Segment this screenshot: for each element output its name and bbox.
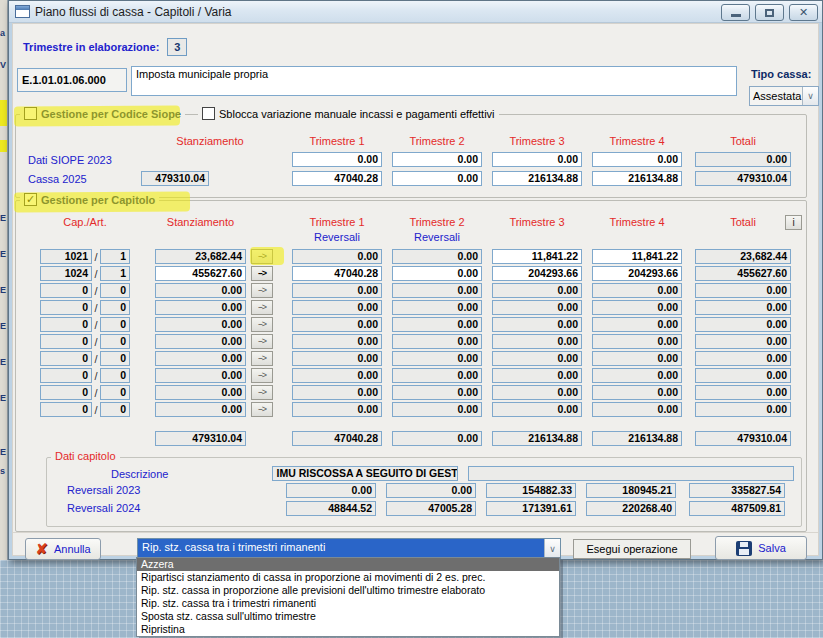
t4-field[interactable]: 0.00 (592, 402, 682, 417)
siope-t2-field[interactable]: 0.00 (392, 171, 482, 186)
t3-field[interactable]: 0.00 (492, 334, 582, 349)
t4-field[interactable]: 0.00 (592, 334, 682, 349)
trimestre-value-field[interactable]: 3 (167, 38, 187, 56)
copy-arrow-button[interactable]: --> (251, 300, 273, 315)
t1-field[interactable]: 0.00 (292, 249, 382, 264)
t3-field[interactable]: 204293.66 (492, 266, 582, 281)
siope-t4-field[interactable]: 0.00 (592, 152, 682, 167)
stanziamento-field[interactable]: 455627.60 (155, 266, 246, 281)
t3-field[interactable]: 0.00 (492, 300, 582, 315)
t1-field[interactable]: 0.00 (292, 385, 382, 400)
stanziamento-field[interactable]: 0.00 (155, 317, 246, 332)
copy-arrow-button[interactable]: --> (251, 283, 273, 298)
dropdown-item[interactable]: Rip. stz. cassa in proporzione alle prev… (137, 584, 559, 597)
cap-field[interactable]: 0 (40, 334, 92, 349)
dropdown-item[interactable]: Azzera (137, 558, 559, 571)
t2-field[interactable]: 0.00 (392, 266, 482, 281)
cap-field[interactable]: 0 (40, 385, 92, 400)
siope-t3-field[interactable]: 216134.88 (492, 171, 582, 186)
t2-field[interactable]: 0.00 (392, 385, 482, 400)
cap-field[interactable]: 1021 (40, 249, 92, 264)
t4-field[interactable]: 11,841.22 (592, 249, 682, 264)
cap-field[interactable]: 0 (40, 368, 92, 383)
tipo-cassa-select[interactable]: Assestata ∨ (749, 86, 819, 106)
esegui-operazione-button[interactable]: Esegui operazione (573, 539, 691, 559)
art-field[interactable]: 0 (100, 334, 130, 349)
dropdown-item[interactable]: Ripartisci stanziamento di cassa in prop… (137, 571, 559, 584)
stanziamento-field[interactable]: 0.00 (155, 283, 246, 298)
t1-field[interactable]: 0.00 (292, 368, 382, 383)
t4-field[interactable]: 0.00 (592, 300, 682, 315)
t1-field[interactable]: 0.00 (292, 351, 382, 366)
cap-field[interactable]: 0 (40, 351, 92, 366)
t4-field[interactable]: 0.00 (592, 351, 682, 366)
t2-field[interactable]: 0.00 (392, 368, 482, 383)
art-field[interactable]: 0 (100, 368, 130, 383)
art-field[interactable]: 0 (100, 317, 130, 332)
t2-field[interactable]: 0.00 (392, 351, 482, 366)
t4-field[interactable]: 0.00 (592, 317, 682, 332)
cap-field[interactable]: 0 (40, 300, 92, 315)
t2-field[interactable]: 0.00 (392, 317, 482, 332)
t3-field[interactable]: 0.00 (492, 283, 582, 298)
annulla-button[interactable]: ✘ Annulla (25, 538, 101, 560)
stanziamento-field[interactable]: 0.00 (155, 385, 246, 400)
chevron-down-icon[interactable]: ∨ (544, 539, 560, 558)
gestione-siope-checkbox[interactable] (24, 107, 37, 120)
close-button[interactable]: ✕ (789, 4, 818, 21)
art-field[interactable]: 0 (100, 351, 130, 366)
cap-field[interactable]: 0 (40, 402, 92, 417)
t3-field[interactable]: 0.00 (492, 368, 582, 383)
siope-t3-field[interactable]: 0.00 (492, 152, 582, 167)
dropdown-item[interactable]: Ripristina (137, 623, 559, 636)
siope-t1-field[interactable]: 47040.28 (292, 171, 382, 186)
operation-select[interactable]: Rip. stz. cassa tra i trimestri rimanent… (137, 538, 561, 559)
t2-field[interactable]: 0.00 (392, 334, 482, 349)
t2-field[interactable]: 0.00 (392, 402, 482, 417)
t4-field[interactable]: 204293.66 (592, 266, 682, 281)
copy-arrow-button[interactable]: --> (251, 385, 273, 400)
art-field[interactable]: 0 (100, 402, 130, 417)
title-bar[interactable]: Piano flussi di cassa - Capitoli / Varia… (9, 1, 822, 23)
t1-field[interactable]: 0.00 (292, 283, 382, 298)
t3-field[interactable]: 0.00 (492, 317, 582, 332)
sblocca-checkbox[interactable] (202, 107, 215, 120)
stanziamento-field[interactable]: 0.00 (155, 368, 246, 383)
stanziamento-field[interactable]: 0.00 (155, 402, 246, 417)
description-field[interactable]: Imposta municipale propria (131, 66, 737, 96)
t4-field[interactable]: 0.00 (592, 368, 682, 383)
t3-field[interactable]: 0.00 (492, 351, 582, 366)
copy-arrow-button[interactable]: --> (251, 334, 273, 349)
t3-field[interactable]: 0.00 (492, 402, 582, 417)
t3-field[interactable]: 0.00 (492, 385, 582, 400)
t1-field[interactable]: 0.00 (292, 402, 382, 417)
t4-field[interactable]: 0.00 (592, 283, 682, 298)
siope-t2-field[interactable]: 0.00 (392, 152, 482, 167)
t2-field[interactable]: 0.00 (392, 249, 482, 264)
dropdown-item[interactable]: Sposta stz. cassa sull'ultimo trimestre (137, 610, 559, 623)
t1-field[interactable]: 0.00 (292, 300, 382, 315)
t3-field[interactable]: 11,841.22 (492, 249, 582, 264)
copy-arrow-button[interactable]: --> (251, 351, 273, 366)
dropdown-item[interactable]: Rip. stz. cassa tra i trimestri rimanent… (137, 597, 559, 610)
t1-field[interactable]: 0.00 (292, 334, 382, 349)
t2-field[interactable]: 0.00 (392, 300, 482, 315)
t4-field[interactable]: 0.00 (592, 385, 682, 400)
stanziamento-field[interactable]: 0.00 (155, 300, 246, 315)
salva-button[interactable]: Salva (715, 536, 807, 560)
siope-stanziamento-field[interactable]: 479310.04 (141, 171, 209, 186)
art-field[interactable]: 1 (100, 266, 130, 281)
art-field[interactable]: 0 (100, 283, 130, 298)
art-field[interactable]: 0 (100, 385, 130, 400)
copy-arrow-button[interactable]: --> (251, 249, 273, 264)
copy-arrow-button[interactable]: --> (251, 317, 273, 332)
copy-arrow-button[interactable]: --> (251, 368, 273, 383)
stanziamento-field[interactable]: 0.00 (155, 334, 246, 349)
minimize-button[interactable] (721, 4, 750, 21)
stanziamento-field[interactable]: 23,682.44 (155, 249, 246, 264)
cap-field[interactable]: 0 (40, 283, 92, 298)
t2-field[interactable]: 0.00 (392, 283, 482, 298)
t1-field[interactable]: 47040.28 (292, 266, 382, 281)
art-field[interactable]: 1 (100, 249, 130, 264)
info-button[interactable]: i (785, 215, 802, 230)
